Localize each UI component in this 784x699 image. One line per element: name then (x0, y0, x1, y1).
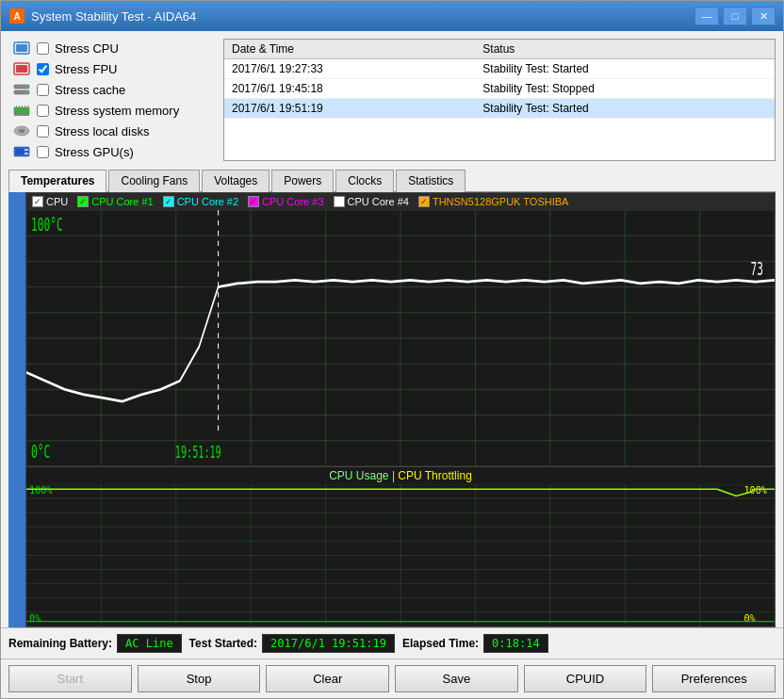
svg-rect-6 (25, 41, 27, 43)
svg-rect-22 (27, 106, 28, 108)
svg-rect-14 (25, 86, 28, 88)
tab-temperatures[interactable]: Temperatures (8, 170, 106, 192)
log-cell-status: Stability Test: Started (475, 59, 775, 79)
stress-memory-label: Stress system memory (55, 104, 179, 118)
log-row-active: 2017/6/1 19:51:19 Stability Test: Starte… (224, 99, 775, 119)
stress-gpu-item: Stress GPU(s) (8, 142, 216, 161)
save-button[interactable]: Save (395, 665, 518, 692)
test-started-status: Test Started: 2017/6/1 19:51:19 (189, 634, 395, 653)
svg-text:19:51:19: 19:51:19 (175, 442, 221, 462)
battery-status: Remaining Battery: AC Line (8, 634, 182, 653)
stress-options-panel: Stress CPU Stress FPU (8, 39, 216, 161)
log-cell-status: Stability Test: Stopped (475, 79, 775, 99)
maximize-button[interactable]: □ (723, 7, 747, 25)
title-bar: A System Stability Test - AIDA64 — □ ✕ (1, 1, 783, 31)
cache-icon (12, 82, 31, 97)
preferences-button[interactable]: Preferences (652, 665, 776, 692)
window-title: System Stability Test - AIDA64 (31, 9, 694, 24)
cpu-chart-title: CPU Usage | CPU Throttling (26, 467, 775, 484)
legend-core3-check[interactable]: ✓ (248, 196, 259, 207)
fpu-icon (12, 61, 31, 76)
legend-core2: ✓ CPU Core #2 (163, 196, 238, 207)
clear-button[interactable]: Clear (266, 665, 389, 692)
log-cell-datetime: 2017/6/1 19:45:18 (224, 79, 475, 99)
cpu-usage-chart: CPU Usage | CPU Throttling (25, 467, 776, 627)
legend-core3-label: CPU Core #3 (262, 196, 323, 207)
log-cell-datetime: 2017/6/1 19:51:19 (224, 99, 475, 119)
tab-clocks[interactable]: Clocks (335, 170, 394, 192)
tab-cooling-fans[interactable]: Cooling Fans (108, 170, 200, 192)
legend-cpu: ✓ CPU (32, 196, 68, 207)
svg-text:0°C: 0°C (31, 440, 50, 462)
svg-rect-11 (16, 65, 27, 73)
legend-core3: ✓ CPU Core #3 (248, 196, 323, 207)
test-value: 2017/6/1 19:51:19 (262, 634, 395, 653)
legend-core4-check[interactable] (334, 196, 345, 207)
svg-rect-27 (16, 149, 24, 154)
legend-cpu-check[interactable]: ✓ (32, 196, 43, 207)
svg-rect-29 (24, 153, 28, 154)
svg-rect-15 (25, 91, 28, 93)
cpu-usage-svg: 100% 0% 100% 0% (26, 484, 775, 626)
temperature-svg: 100°C 0°C 19:51:19 73 (26, 210, 775, 466)
svg-text:100°C: 100°C (31, 213, 63, 235)
legend-toshiba-label: THNSN5128GPUK TOSHIBA (433, 196, 568, 207)
log-row: 2017/6/1 19:27:33 Stability Test: Starte… (224, 59, 775, 79)
log-cell-status: Stability Test: Started (475, 99, 775, 119)
gpu-icon (12, 144, 31, 159)
temperature-chart-area: 100°C 0°C 19:51:19 73 (26, 210, 775, 466)
svg-rect-8 (22, 53, 24, 55)
stress-gpu-checkbox[interactable] (37, 146, 49, 158)
stress-cpu-label: Stress CPU (55, 41, 119, 56)
legend-core1-check[interactable]: ✓ (77, 196, 89, 207)
stress-cache-checkbox[interactable] (37, 84, 49, 96)
cpuid-button[interactable]: CPUID (524, 665, 647, 692)
elapsed-value: 0:18:14 (483, 634, 548, 653)
legend-core4-label: CPU Core #4 (348, 196, 409, 207)
minimize-button[interactable]: — (694, 7, 719, 25)
cpu-throttling-label: CPU Throttling (398, 469, 471, 482)
charts-container: ✓ CPU ✓ CPU Core #1 ✓ CPU Core #2 (25, 192, 776, 627)
tab-statistics[interactable]: Statistics (396, 170, 466, 192)
charts-area: ✓ CPU ✓ CPU Core #1 ✓ CPU Core #2 (8, 192, 776, 627)
start-button[interactable]: Start (8, 665, 132, 692)
svg-rect-3 (16, 44, 27, 52)
legend-core4: CPU Core #4 (334, 196, 409, 207)
stress-cache-item: Stress cache (8, 80, 216, 99)
legend-core2-check[interactable]: ✓ (163, 196, 174, 207)
stress-cpu-checkbox[interactable] (37, 42, 49, 55)
svg-rect-9 (25, 53, 27, 55)
log-row: 2017/6/1 19:45:18 Stability Test: Stoppe… (224, 79, 775, 99)
window-controls: — □ ✕ (694, 7, 776, 25)
chart-sidebar (8, 192, 25, 627)
stress-cache-label: Stress cache (55, 83, 125, 97)
stress-disks-label: Stress local disks (55, 124, 149, 138)
memory-icon (12, 103, 31, 118)
legend-toshiba-check[interactable]: ✓ (418, 196, 430, 207)
main-content: Stress CPU Stress FPU (1, 31, 783, 698)
chart-legend: ✓ CPU ✓ CPU Core #1 ✓ CPU Core #2 (26, 193, 775, 210)
stop-button[interactable]: Stop (138, 665, 261, 692)
tab-bar: Temperatures Cooling Fans Voltages Power… (8, 169, 776, 192)
close-button[interactable]: ✕ (751, 7, 776, 25)
svg-text:A: A (13, 11, 20, 22)
battery-value: AC Line (117, 634, 182, 653)
disks-icon (12, 123, 31, 138)
temperature-chart: ✓ CPU ✓ CPU Core #1 ✓ CPU Core #2 (25, 192, 776, 467)
stress-fpu-item: Stress FPU (8, 59, 216, 78)
stress-fpu-checkbox[interactable] (37, 63, 49, 75)
cpu-icon (12, 41, 31, 56)
tab-powers[interactable]: Powers (271, 170, 334, 192)
svg-rect-5 (22, 41, 24, 43)
log-cell-datetime: 2017/6/1 19:27:33 (224, 59, 475, 79)
stress-fpu-label: Stress FPU (55, 62, 117, 76)
stress-disks-checkbox[interactable] (37, 125, 49, 138)
legend-toshiba: ✓ THNSN5128GPUK TOSHIBA (418, 196, 568, 207)
svg-rect-17 (14, 114, 29, 116)
svg-rect-4 (18, 41, 20, 43)
legend-core1-label: CPU Core #1 (91, 196, 153, 207)
tab-voltages[interactable]: Voltages (202, 170, 270, 192)
svg-point-25 (21, 130, 23, 132)
stress-memory-checkbox[interactable] (37, 105, 49, 117)
svg-rect-18 (16, 106, 17, 108)
